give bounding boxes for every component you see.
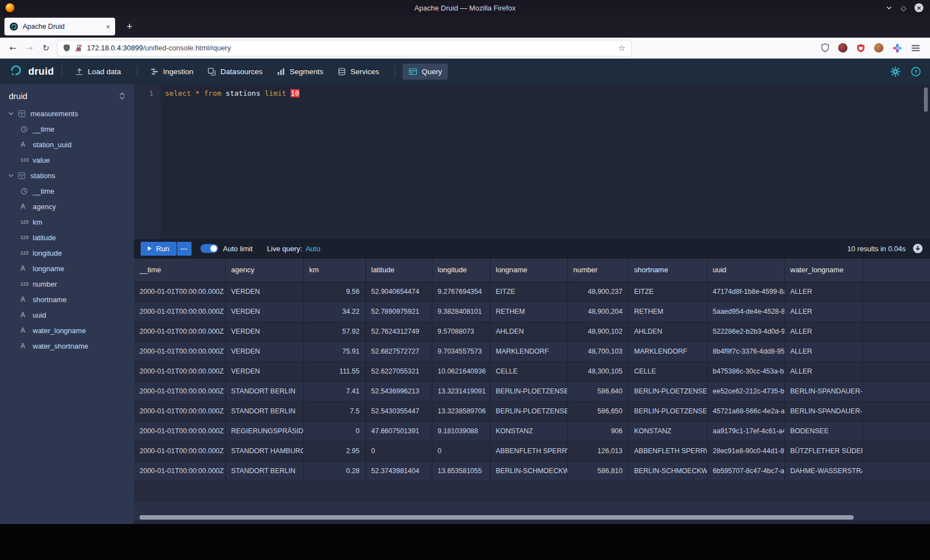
cell-__time[interactable]: 2000-01-01T00:00:00.000Z xyxy=(134,461,225,481)
cell-km[interactable]: 75.91 xyxy=(303,341,365,361)
cell-__time[interactable]: 2000-01-01T00:00:00.000Z xyxy=(134,441,225,461)
column-header-__time[interactable]: __time xyxy=(134,258,225,282)
browser-tab[interactable]: Apache Druid × xyxy=(4,18,115,35)
cell-__time[interactable]: 2000-01-01T00:00:00.000Z xyxy=(134,341,225,361)
cell-water_longname[interactable]: BERLIN-SPANDAUER-S xyxy=(784,381,862,401)
cell-__time[interactable]: 2000-01-01T00:00:00.000Z xyxy=(134,381,225,401)
cell-longname[interactable]: BERLIN-PLOETZENSEE U xyxy=(490,401,567,421)
cell-shortname[interactable]: MARKLENDORF xyxy=(628,341,707,361)
cell-longitude[interactable]: 13.653581055 xyxy=(432,461,490,481)
container-avatar-icon[interactable] xyxy=(874,43,884,53)
cell-km[interactable]: 111.55 xyxy=(303,361,365,381)
cell-km[interactable]: 7.41 xyxy=(303,381,365,401)
cell-number[interactable]: 48,700,103 xyxy=(567,341,628,361)
tree-column-number[interactable]: 123number xyxy=(0,276,134,292)
cell-water_longname[interactable]: ALLER xyxy=(784,341,862,361)
menu-button[interactable] xyxy=(911,44,920,52)
ublock-origin-icon[interactable] xyxy=(856,44,865,53)
tree-column-longname[interactable]: Alongname xyxy=(0,261,134,276)
cell-km[interactable]: 0 xyxy=(303,421,365,441)
tree-table-measurements[interactable]: measurements xyxy=(0,106,134,121)
column-header-shortname[interactable]: shortname xyxy=(628,258,707,282)
cell-water_longname[interactable]: ALLER xyxy=(784,322,862,341)
tab-close-icon[interactable]: × xyxy=(106,23,110,31)
window-minimize-button[interactable] xyxy=(886,4,892,11)
cell-water_longname[interactable]: ALLER xyxy=(784,302,862,322)
cell-km[interactable]: 34.22 xyxy=(303,302,365,322)
cell-longitude[interactable]: 9.57088073 xyxy=(432,322,490,341)
cell-water_longname[interactable]: BÜTZFLETHER SÜDERE xyxy=(784,441,862,461)
column-header-km[interactable]: km xyxy=(303,258,365,282)
cell-shortname[interactable]: BERLIN-PLOETZENSEE C xyxy=(628,381,707,401)
column-header-latitude[interactable]: latitude xyxy=(365,258,432,282)
cell-shortname[interactable]: BERLIN-PLOETZENSEE U xyxy=(628,401,707,421)
cell-latitude[interactable]: 52.7890975921 xyxy=(365,302,432,322)
cell-uuid[interactable]: 5aaed954-de4e-4528-8f xyxy=(707,302,784,322)
cell-latitude[interactable]: 52.6227055321 xyxy=(365,361,432,381)
tree-column-latitude[interactable]: 123latitude xyxy=(0,230,134,245)
column-header-agency[interactable]: agency xyxy=(225,258,303,282)
cell-__time[interactable]: 2000-01-01T00:00:00.000Z xyxy=(134,282,225,302)
cell-km[interactable]: 2.95 xyxy=(303,441,365,461)
cell-longname[interactable]: CELLE xyxy=(490,361,567,381)
cell-__time[interactable]: 2000-01-01T00:00:00.000Z xyxy=(134,302,225,322)
cell-agency[interactable]: STANDORT BERLIN xyxy=(225,401,303,421)
editor-scrollbar[interactable] xyxy=(924,87,928,112)
cell-uuid[interactable]: ee52ce62-212c-4735-b4 xyxy=(707,381,784,401)
cell-agency[interactable]: STANDORT BERLIN xyxy=(225,461,303,481)
shield-extension-icon[interactable] xyxy=(821,43,829,53)
cell-longname[interactable]: EITZE xyxy=(490,282,567,302)
tree-column-uuid[interactable]: Auuid xyxy=(0,307,134,323)
nav-item-segments[interactable]: Segments xyxy=(271,64,329,80)
cell-agency[interactable]: VERDEN xyxy=(225,322,303,341)
cell-number[interactable]: 906 xyxy=(567,421,628,441)
tree-column-shortname[interactable]: Ashortname xyxy=(0,292,134,307)
tree-column-__time[interactable]: __time xyxy=(0,121,134,137)
cell-__time[interactable]: 2000-01-01T00:00:00.000Z xyxy=(134,421,225,441)
run-button[interactable]: Run xyxy=(141,242,177,256)
cell-shortname[interactable]: KONSTANZ xyxy=(628,421,707,441)
cell-agency[interactable]: VERDEN xyxy=(225,361,303,381)
query-editor[interactable]: 1 select * from stations limit 10 xyxy=(134,84,930,239)
cell-longitude[interactable]: 0 xyxy=(432,441,490,461)
cell-agency[interactable]: STANDORT HAMBURG xyxy=(225,441,303,461)
cell-number[interactable]: 48,900,102 xyxy=(567,322,628,341)
cell-longname[interactable]: AHLDEN xyxy=(490,322,567,341)
back-button[interactable]: ← xyxy=(4,40,21,56)
tree-column-water_shortname[interactable]: Awater_shortname xyxy=(0,338,134,354)
column-header-uuid[interactable]: uuid xyxy=(707,258,784,282)
cell-latitude[interactable]: 52.5430355447 xyxy=(365,401,432,421)
cell-uuid[interactable]: 47174d8f-1b8e-4599-8a xyxy=(707,282,784,302)
cell-longname[interactable]: ABBENFLETH SPERRWER xyxy=(490,441,567,461)
insecure-lock-icon[interactable] xyxy=(75,44,82,53)
cell-number[interactable]: 586,640 xyxy=(567,381,628,401)
window-maximize-button[interactable]: ◇ xyxy=(901,4,906,12)
tree-column-__time[interactable]: __time xyxy=(0,183,134,199)
run-more-button[interactable]: ••• xyxy=(177,242,192,256)
cell-number[interactable]: 48,900,204 xyxy=(567,302,628,322)
cell-km[interactable]: 0.28 xyxy=(303,461,365,481)
forward-button[interactable]: → xyxy=(21,40,38,56)
column-header-number[interactable]: number xyxy=(567,258,628,282)
cell-number[interactable]: 48,900,237 xyxy=(567,282,628,302)
cell-number[interactable]: 126,013 xyxy=(567,441,628,461)
cell-latitude[interactable]: 47.6607501391 xyxy=(365,421,432,441)
cell-longname[interactable]: RETHEM xyxy=(490,302,567,322)
nav-item-query[interactable]: Query xyxy=(402,64,448,80)
column-header-water_longname[interactable]: water_longname xyxy=(784,258,862,282)
cell-longname[interactable]: MARKLENDORF xyxy=(490,341,567,361)
help-icon[interactable]: ? xyxy=(911,66,921,77)
tree-column-water_longname[interactable]: Awater_longname xyxy=(0,323,134,338)
nav-item-ingestion[interactable]: Ingestion xyxy=(144,64,200,80)
nav-item-load-data[interactable]: Load data xyxy=(69,64,127,80)
cell-shortname[interactable]: AHLDEN xyxy=(628,322,707,341)
cell-uuid[interactable]: 28ec91e8-90c0-44d1-8f xyxy=(707,441,784,461)
cell-longitude[interactable]: 9.2767694354 xyxy=(432,282,490,302)
tree-table-stations[interactable]: stations xyxy=(0,168,134,183)
cell-latitude[interactable]: 52.6827572727 xyxy=(365,341,432,361)
cell-km[interactable]: 7.5 xyxy=(303,401,365,421)
live-query-value[interactable]: Auto xyxy=(306,245,321,253)
tree-column-agency[interactable]: Aagency xyxy=(0,199,134,214)
cell-longitude[interactable]: 13.3231419091 xyxy=(432,381,490,401)
column-header-longname[interactable]: longname xyxy=(490,258,567,282)
